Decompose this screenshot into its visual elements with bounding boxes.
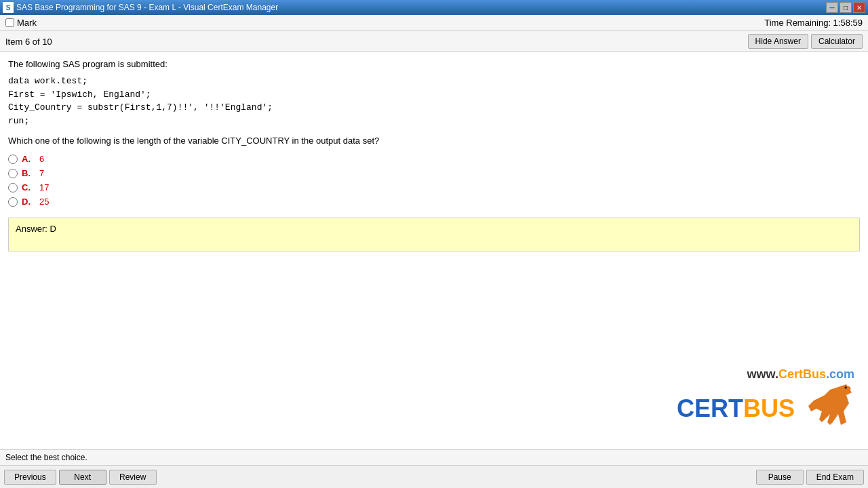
restore-button[interactable]: □ <box>840 2 852 13</box>
question-text: Which one of the following is the length… <box>8 136 860 146</box>
option-letter-d: D. <box>22 197 35 207</box>
option-radio-c[interactable] <box>8 183 18 192</box>
title-bar-left: S SAS Base Programming for SAS 9 - Exam … <box>3 2 278 13</box>
option-value-a: 6 <box>39 154 44 164</box>
mark-checkbox[interactable] <box>5 18 14 27</box>
minimize-button[interactable]: ─ <box>826 2 838 13</box>
next-button[interactable]: Next <box>59 470 106 485</box>
certbus-dog-icon <box>800 382 854 436</box>
options-area: A. 6 B. 7 C. 17 D. 25 <box>8 154 860 207</box>
option-row-c: C. 17 <box>8 182 860 192</box>
watermark-bus: Bus <box>803 367 826 381</box>
status-text: Select the best choice. <box>5 453 87 462</box>
watermark-www: www. <box>747 367 778 381</box>
watermark-url: www.CertBus.com <box>677 367 854 382</box>
code-block: data work.test; First = 'Ipswich, Englan… <box>8 75 860 127</box>
option-row-a: A. 6 <box>8 154 860 164</box>
option-value-c: 17 <box>39 182 49 192</box>
option-letter-c: C. <box>22 182 35 192</box>
title-bar: S SAS Base Programming for SAS 9 - Exam … <box>0 0 868 15</box>
previous-button[interactable]: Previous <box>4 470 56 485</box>
option-radio-b[interactable] <box>8 169 18 178</box>
option-letter-b: B. <box>22 168 35 178</box>
option-row-d: D. 25 <box>8 197 860 207</box>
app-icon: S <box>3 2 14 13</box>
option-value-d: 25 <box>39 197 49 207</box>
answer-text: Answer: D <box>16 224 56 234</box>
logo-cert: CERT <box>677 394 743 423</box>
mark-area: Mark <box>5 18 37 28</box>
answer-box: Answer: D <box>8 218 860 251</box>
watermark-com: .com <box>826 367 854 381</box>
hide-answer-button[interactable]: Hide Answer <box>748 34 808 49</box>
review-button[interactable]: Review <box>109 470 157 485</box>
code-line-1: data work.test; <box>8 75 860 88</box>
nav-right: Pause End Exam <box>756 470 864 485</box>
question-intro: The following SAS program is submitted: <box>8 59 860 69</box>
toolbar: Mark Time Remaining: 1:58:59 <box>0 15 868 31</box>
end-exam-button[interactable]: End Exam <box>806 470 864 485</box>
timer: Time Remaining: 1:58:59 <box>764 18 863 28</box>
status-bar: Select the best choice. <box>0 449 868 465</box>
watermark: www.CertBus.com CERTBUS <box>677 367 854 436</box>
option-value-b: 7 <box>39 168 44 178</box>
nav-left: Previous Next Review <box>4 470 157 485</box>
title-buttons: ─ □ ✕ <box>826 2 865 13</box>
nav-bar: Previous Next Review Pause End Exam <box>0 465 868 488</box>
pause-button[interactable]: Pause <box>756 470 804 485</box>
option-letter-a: A. <box>22 154 35 164</box>
code-line-2: First = 'Ipswich, England'; <box>8 88 860 102</box>
item-label: Item 6 of 10 <box>5 37 52 47</box>
main-content: The following SAS program is submitted: … <box>0 52 868 449</box>
close-button[interactable]: ✕ <box>853 2 865 13</box>
watermark-image: CERTBUS <box>677 382 854 436</box>
logo-bus: BUS <box>743 394 795 423</box>
svg-point-1 <box>845 386 847 388</box>
code-line-4: run; <box>8 115 860 128</box>
option-radio-d[interactable] <box>8 197 18 207</box>
header-buttons: Hide Answer Calculator <box>748 34 863 49</box>
code-line-3: City_Country = substr(First,1,7)!!', '!!… <box>8 101 860 115</box>
option-row-b: B. 7 <box>8 168 860 178</box>
header-row: Item 6 of 10 Hide Answer Calculator <box>0 31 868 52</box>
mark-label: Mark <box>17 18 37 28</box>
title-text: SAS Base Programming for SAS 9 - Exam L … <box>16 3 278 12</box>
watermark-logo: CERTBUS <box>677 394 795 423</box>
calculator-button[interactable]: Calculator <box>811 34 863 49</box>
option-radio-a[interactable] <box>8 155 18 164</box>
watermark-certbus: Cert <box>778 367 803 381</box>
